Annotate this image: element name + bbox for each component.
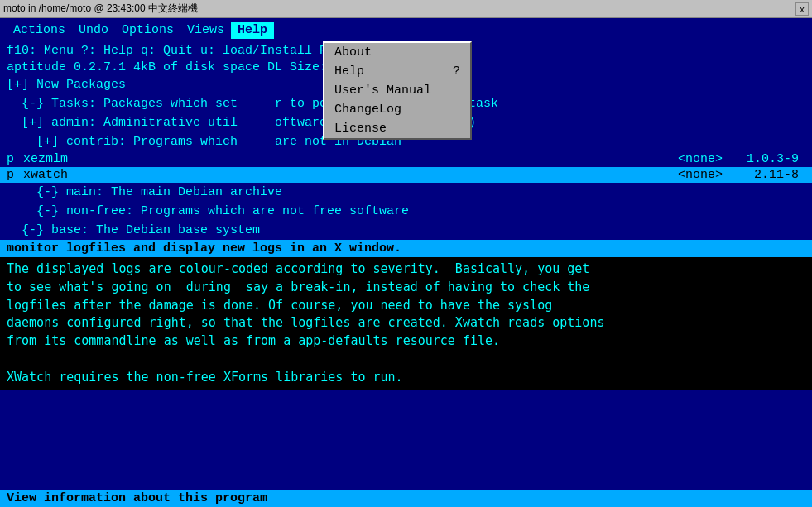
pkg-name-selected: xwatch bbox=[23, 168, 623, 182]
package-row-xwatch[interactable]: p xwatch <none> 2.11-8 bbox=[0, 167, 812, 183]
content-area-2: {-} main: The main Debian archive {-} no… bbox=[0, 183, 812, 240]
title-bar: moto in /home/moto @ 23:43:00 中文終端機 x bbox=[0, 0, 812, 18]
pkg-installed: <none> bbox=[623, 152, 723, 166]
menu-options[interactable]: Options bbox=[115, 22, 180, 39]
menu-views[interactable]: Views bbox=[180, 22, 231, 39]
bottom-status: View information about this program bbox=[0, 490, 812, 507]
pkg-flag-selected: p bbox=[7, 168, 23, 182]
tree2-line-3: {-} base: The Debian base system bbox=[7, 221, 805, 240]
menu-actions[interactable]: Actions bbox=[7, 22, 72, 39]
pkg-installed-selected: <none> bbox=[623, 168, 723, 182]
help-menu-about[interactable]: About bbox=[324, 43, 470, 62]
terminal: Actions Undo Options Views Help f10: Men… bbox=[0, 18, 812, 507]
pkg-name: xezmlm bbox=[23, 152, 623, 166]
help-menu-users-manual[interactable]: User's Manual bbox=[324, 81, 470, 100]
close-button[interactable]: x bbox=[795, 2, 809, 16]
help-dropdown: About Help? User's Manual ChangeLog Lice… bbox=[323, 41, 472, 140]
package-row-xezmlm[interactable]: p xezmlm <none> 1.0.3-9 bbox=[0, 151, 812, 167]
menu-bar: Actions Undo Options Views Help bbox=[0, 18, 812, 42]
menu-help[interactable]: Help bbox=[231, 22, 274, 39]
pkg-version: 1.0.3-9 bbox=[723, 152, 805, 166]
menu-undo[interactable]: Undo bbox=[72, 22, 115, 39]
title-text: moto in /home/moto @ 23:43:00 中文終端機 bbox=[3, 2, 198, 16]
description-text: The displayed logs are colour-coded acco… bbox=[7, 261, 805, 386]
tree2-line-2: {-} non-free: Programs which are not fre… bbox=[7, 202, 805, 221]
help-menu-license[interactable]: License bbox=[324, 119, 470, 138]
tree2-line-1: {-} main: The main Debian archive bbox=[7, 183, 805, 202]
pkg-flag: p bbox=[7, 152, 23, 166]
description-header: monitor logfiles and display new logs in… bbox=[0, 240, 812, 257]
dropdown-menu: About Help? User's Manual ChangeLog Lice… bbox=[323, 41, 472, 140]
help-menu-help[interactable]: Help? bbox=[324, 62, 470, 81]
pkg-version-selected: 2.11-8 bbox=[723, 168, 805, 182]
help-menu-changelog[interactable]: ChangeLog bbox=[324, 100, 470, 119]
description-area: The displayed logs are colour-coded acco… bbox=[0, 257, 812, 390]
